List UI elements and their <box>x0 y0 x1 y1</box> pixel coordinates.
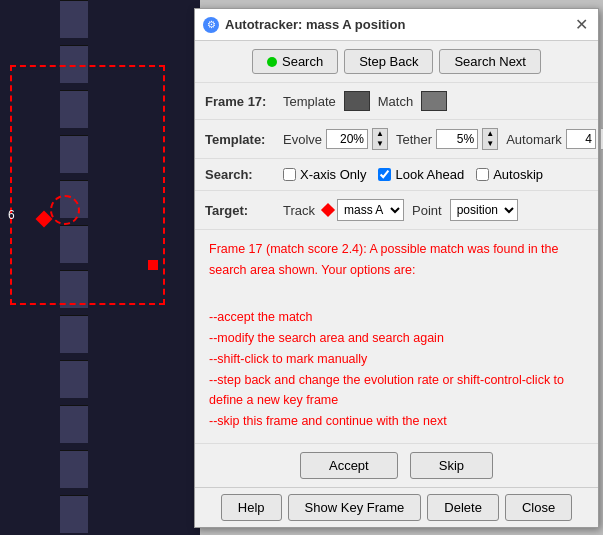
skip-button[interactable]: Skip <box>410 452 493 479</box>
target-row: Target: Track mass A Point position <box>205 195 588 225</box>
search-row-label: Search: <box>205 167 275 182</box>
frame-row: Frame 17: Template Match <box>205 87 588 115</box>
automark-label: Automark <box>506 132 562 147</box>
dialog-titlebar-left: ⚙ Autotracker: mass A position <box>203 17 405 33</box>
autoskip-checkbox[interactable] <box>476 168 489 181</box>
autoskip-checkbox-label[interactable]: Autoskip <box>476 167 543 182</box>
tether-group: Tether ▲ ▼ <box>396 128 498 150</box>
bar-segment <box>60 360 88 398</box>
search-area-rect <box>10 65 165 305</box>
template-row-label: Template: <box>205 132 275 147</box>
tether-input[interactable] <box>436 129 478 149</box>
frame-label: Frame 17: <box>205 94 275 109</box>
help-button[interactable]: Help <box>221 494 282 521</box>
message-line-4: --accept the match <box>209 308 584 327</box>
track-square-marker <box>148 260 158 270</box>
evolve-group: Evolve ▲ ▼ <box>283 128 388 150</box>
automark-input[interactable] <box>566 129 596 149</box>
bar-segment <box>60 315 88 353</box>
template-label: Template <box>283 94 336 109</box>
search-button[interactable]: Search <box>252 49 338 74</box>
match-thumbnail <box>421 91 447 111</box>
tether-up-button[interactable]: ▲ <box>483 129 497 139</box>
template-row: Template: Evolve ▲ ▼ Tether ▲ ▼ Automark <box>205 124 588 154</box>
xaxis-only-checkbox-label[interactable]: X-axis Only <box>283 167 366 182</box>
xaxis-only-label: X-axis Only <box>300 167 366 182</box>
template-thumbnail <box>344 91 370 111</box>
show-key-frame-button[interactable]: Show Key Frame <box>288 494 422 521</box>
evolve-input[interactable] <box>326 129 368 149</box>
bottom-buttons-row: Help Show Key Frame Delete Close <box>195 487 598 527</box>
message-line-9: --skip this frame and continue with the … <box>209 412 584 431</box>
bar-segment <box>60 495 88 533</box>
message-area: Frame 17 (match score 2.4): A possible m… <box>195 230 598 443</box>
close-button[interactable]: Close <box>505 494 572 521</box>
step-back-button[interactable]: Step Back <box>344 49 433 74</box>
search-section: Search: X-axis Only Look Ahead Autoskip <box>195 159 598 191</box>
dialog-icon: ⚙ <box>203 17 219 33</box>
point-select[interactable]: position <box>450 199 518 221</box>
canvas-area: 6 <box>0 0 200 535</box>
evolve-label: Evolve <box>283 132 322 147</box>
target-section: Target: Track mass A Point position <box>195 191 598 230</box>
autoskip-label: Autoskip <box>493 167 543 182</box>
delete-button[interactable]: Delete <box>427 494 499 521</box>
evolve-down-button[interactable]: ▼ <box>373 139 387 149</box>
evolve-spinner: ▲ ▼ <box>372 128 388 150</box>
checkbox-row: X-axis Only Look Ahead Autoskip <box>283 167 543 182</box>
accept-button[interactable]: Accept <box>300 452 398 479</box>
message-line-2: search area shown. Your options are: <box>209 261 584 280</box>
toolbar-row: Search Step Back Search Next <box>195 41 598 83</box>
track-diamond-icon <box>321 203 335 217</box>
automark-group: Automark ▲ ▼ <box>506 128 603 150</box>
autotracker-dialog: ⚙ Autotracker: mass A position ✕ Search … <box>194 8 599 528</box>
tether-label: Tether <box>396 132 432 147</box>
bar-segment <box>60 405 88 443</box>
look-ahead-checkbox[interactable] <box>378 168 391 181</box>
frame-number-label: 6 <box>8 208 15 222</box>
dialog-close-button[interactable]: ✕ <box>573 15 590 34</box>
track-label: Track <box>283 203 315 218</box>
green-dot-icon <box>267 57 277 67</box>
message-line-7: --step back and change the evolution rat… <box>209 371 584 390</box>
tether-down-button[interactable]: ▼ <box>483 139 497 149</box>
message-spacer <box>209 282 584 301</box>
match-label: Match <box>378 94 413 109</box>
target-label: Target: <box>205 203 275 218</box>
look-ahead-checkbox-label[interactable]: Look Ahead <box>378 167 464 182</box>
dialog-titlebar: ⚙ Autotracker: mass A position ✕ <box>195 9 598 41</box>
track-circle-marker <box>50 195 80 225</box>
point-select-group: position <box>450 199 518 221</box>
message-line-1: Frame 17 (match score 2.4): A possible m… <box>209 240 584 259</box>
track-select-group: mass A <box>323 199 404 221</box>
message-line-6: --shift-click to mark manually <box>209 350 584 369</box>
message-line-5: --modify the search area and search agai… <box>209 329 584 348</box>
xaxis-only-checkbox[interactable] <box>283 168 296 181</box>
frame-info-section: Frame 17: Template Match <box>195 83 598 120</box>
look-ahead-label: Look Ahead <box>395 167 464 182</box>
bar-segment <box>60 450 88 488</box>
dialog-title: Autotracker: mass A position <box>225 17 405 32</box>
tether-spinner: ▲ ▼ <box>482 128 498 150</box>
bar-segment <box>60 0 88 38</box>
search-next-button[interactable]: Search Next <box>439 49 541 74</box>
message-line-8: define a new key frame <box>209 391 584 410</box>
template-section: Template: Evolve ▲ ▼ Tether ▲ ▼ Automark <box>195 120 598 159</box>
evolve-up-button[interactable]: ▲ <box>373 129 387 139</box>
track-select[interactable]: mass A <box>337 199 404 221</box>
point-label: Point <box>412 203 442 218</box>
action-buttons-row: Accept Skip <box>195 443 598 487</box>
search-row: Search: X-axis Only Look Ahead Autoskip <box>205 163 588 186</box>
